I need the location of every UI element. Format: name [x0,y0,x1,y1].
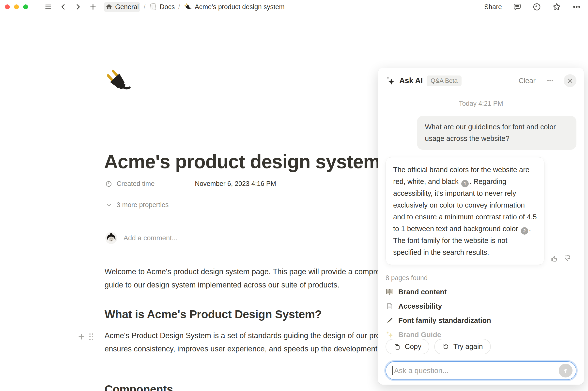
back-icon[interactable] [60,3,67,10]
answer-feedback [550,255,572,265]
sidebar-menu-icon[interactable] [44,3,52,11]
breadcrumb-label: General [115,3,139,11]
breadcrumb-item-general[interactable]: General [104,2,140,12]
close-panel-button[interactable] [564,74,577,87]
source-page-brand-content[interactable]: Brand content [385,288,577,296]
more-options-icon[interactable] [572,2,581,11]
citation-badge-1[interactable]: 1 [461,180,469,187]
add-comment-placeholder: Add a comment... [123,234,177,242]
chat-timestamp: Today 4:21 PM [385,100,577,107]
ask-ai-title: Ask AI [399,76,423,85]
electric-plug-icon [183,2,192,11]
divider [102,222,422,222]
property-value: November 6, 2023 4:16 PM [195,180,276,188]
open-book-icon [385,288,394,296]
user-question-bubble: What are our guidelines for font and col… [417,116,577,150]
source-page-label: Font family standardization [398,316,491,325]
thumbs-up-icon[interactable] [550,255,558,262]
sparkles-icon [385,330,394,339]
retry-icon [442,343,450,350]
source-page-accessibility[interactable]: Accessibility [385,302,577,310]
breadcrumb-item-current-page[interactable]: Acme's product design system [183,2,284,11]
favorite-star-icon[interactable] [552,2,561,11]
more-properties-label: 3 more properties [117,201,169,209]
section-heading-what: What is Acme's Product Design System? [105,308,322,321]
minimize-window-button[interactable] [14,4,19,9]
page-emoji-plug-icon[interactable] [103,67,133,97]
window-toolbar: General / Docs / Acme's product design s… [0,0,588,14]
source-page-label: Brand content [398,288,447,296]
breadcrumb-label: Acme's product design system [195,3,284,11]
ask-ai-header: Ask AI Q&A Beta Clear [385,74,577,87]
try-again-button[interactable]: Try again [434,339,491,354]
ai-answer-bubble: The official brand colors for the websit… [385,157,544,265]
property-created-time[interactable]: Created time November 6, 2023 4:16 PM [105,180,276,188]
what-paragraph: Acme's Product Design System is a set of… [105,329,421,356]
close-icon [567,78,573,84]
breadcrumb-separator: / [143,3,146,10]
ai-sparkle-icon [385,76,395,86]
copy-button[interactable]: Copy [385,339,429,354]
source-page-font-family[interactable]: Font family standardization [385,316,577,325]
send-button[interactable] [559,364,573,378]
try-again-label: Try again [454,343,483,351]
divider [102,255,422,255]
close-window-button[interactable] [5,4,10,9]
ask-question-input[interactable]: Ask a question... [385,361,577,380]
breadcrumb: General / Docs / Acme's product design s… [104,2,285,12]
breadcrumb-label: Docs [160,3,175,11]
property-label: Created time [117,180,195,188]
document-icon [149,3,157,11]
arrow-up-icon [562,367,569,374]
source-page-label: Brand Guide [398,331,441,339]
home-icon [105,3,113,10]
section-heading-components: Components [105,383,173,391]
ask-ai-panel: Ask AI Q&A Beta Clear Today 4:21 PM What… [378,68,584,385]
answer-actions: Copy Try again [385,339,577,354]
page-icon [385,302,394,310]
panel-more-options-icon[interactable] [546,77,554,84]
chat-thread: Today 4:21 PM What are our guidelines fo… [385,87,577,377]
new-tab-icon[interactable] [89,3,97,11]
comments-icon[interactable] [513,2,522,11]
add-block-icon[interactable] [77,332,86,341]
copy-icon [393,343,401,350]
citation-badge-2[interactable]: 2 [521,227,528,235]
more-properties-toggle[interactable]: 3 more properties [105,201,169,209]
add-comment-row[interactable]: Add a comment... [105,232,177,244]
history-clock-icon[interactable] [532,2,541,11]
text-caret [392,366,393,375]
thumbs-down-icon[interactable] [564,255,572,262]
clock-icon [105,181,112,187]
source-page-list: Brand content Accessibility Font family … [385,288,577,339]
chevron-down-icon [105,202,112,208]
source-page-label: Accessibility [398,302,442,310]
qa-beta-badge: Q&A Beta [427,76,462,86]
zoom-window-button[interactable] [23,4,28,9]
pen-icon [385,316,394,325]
block-hover-controls [77,332,94,341]
share-button[interactable]: Share [484,3,502,11]
source-page-brand-guide[interactable]: Brand Guide [385,330,577,339]
user-avatar [105,232,117,244]
breadcrumb-item-docs[interactable]: Docs [149,3,175,11]
breadcrumb-separator: / [178,3,181,10]
traffic-lights [5,4,28,9]
forward-icon[interactable] [74,3,82,10]
intro-paragraph: Welcome to Acme's product design system … [105,265,421,292]
pages-found-label: 8 pages found [385,274,577,282]
copy-label: Copy [405,343,421,351]
clear-button[interactable]: Clear [519,77,536,85]
ask-question-placeholder: Ask a question... [394,366,559,375]
drag-handle-icon[interactable] [89,333,94,341]
